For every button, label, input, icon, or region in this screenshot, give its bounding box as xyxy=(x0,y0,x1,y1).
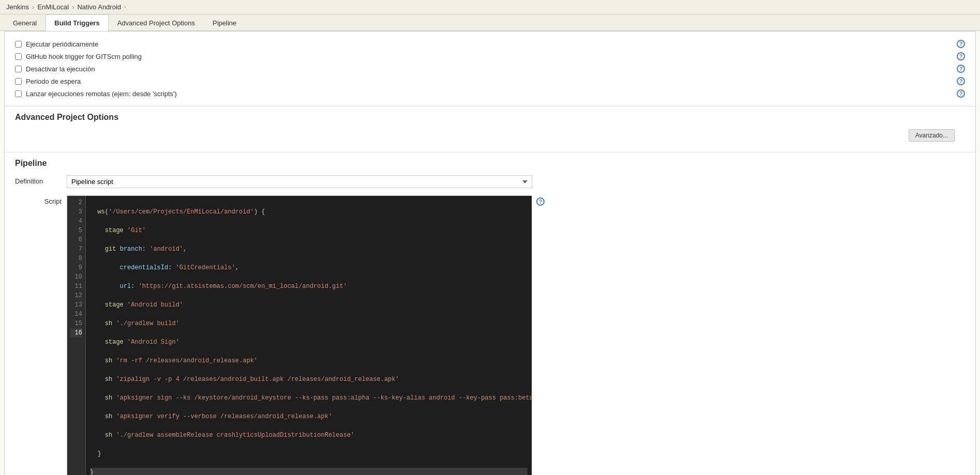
trigger-row-4: Lanzar ejecuciones remotas (ejem: desde … xyxy=(15,87,965,100)
script-editor-wrapper: 2 3 4 5 6 7 8 9 10 11 12 13 14 xyxy=(67,195,532,475)
trigger-checkbox-4[interactable] xyxy=(15,90,22,97)
code-line-9: stage 'Android Sign' xyxy=(90,338,527,347)
breadcrumb: Jenkins › EnMiLocal › Nativo Android › xyxy=(0,0,980,14)
code-line-15: } xyxy=(90,449,527,458)
tab-build-triggers[interactable]: Build Triggers xyxy=(46,14,108,31)
script-label: Script xyxy=(15,195,67,205)
help-icon-3[interactable]: ? xyxy=(957,77,965,85)
help-icon-2[interactable]: ? xyxy=(957,65,965,73)
trigger-row-0: Ejecutar periódicamente ? xyxy=(15,38,965,50)
pipeline-definition-row: Definition Pipeline script Pipeline scri… xyxy=(15,175,965,188)
code-line-10: sh 'rm -rf /releases/android_release.apk… xyxy=(90,356,527,365)
tab-general[interactable]: General xyxy=(4,14,46,31)
section-pipeline: Pipeline Definition Pipeline script Pipe… xyxy=(5,152,975,475)
trigger-label-4: Lanzar ejecuciones remotas (ejem: desde … xyxy=(26,90,177,98)
code-line-2: ws('/Users/cem/Projects/EnMiLocal/androi… xyxy=(90,207,527,217)
script-row: Script 2 3 4 5 6 7 8 9 10 1 xyxy=(15,195,965,475)
script-editor[interactable]: 2 3 4 5 6 7 8 9 10 11 12 13 14 xyxy=(67,195,532,475)
advanced-btn-row: Avanzado... xyxy=(15,129,965,142)
trigger-label-3: Periodo de espera xyxy=(26,78,81,85)
trigger-row-1: GitHub hook trigger for GITScm polling ? xyxy=(15,50,965,63)
code-line-16: } xyxy=(90,468,527,475)
avanzado-button[interactable]: Avanzado... xyxy=(909,129,955,142)
section-advanced-project-options: Advanced Project Options Avanzado... xyxy=(5,106,975,152)
script-help-icon[interactable]: ? xyxy=(536,197,545,206)
code-line-12: sh 'apksigner sign --ks /keystore/androi… xyxy=(90,393,527,403)
trigger-checkbox-2[interactable] xyxy=(15,66,22,72)
pipeline-definition-select[interactable]: Pipeline script Pipeline script from SCM xyxy=(67,175,532,188)
code-line-14: sh './gradlew assembleRelease crashlytic… xyxy=(90,431,527,440)
code-lines: ws('/Users/cem/Projects/EnMiLocal/androi… xyxy=(86,196,532,475)
tab-pipeline[interactable]: Pipeline xyxy=(204,14,245,31)
breadcrumb-sep-2: › xyxy=(72,3,74,11)
breadcrumb-jenkins[interactable]: Jenkins xyxy=(6,3,29,11)
trigger-row-2: Desactivar la ejecución ? xyxy=(15,63,965,75)
code-line-11: sh 'zipalign -v -p 4 /releases/android_b… xyxy=(90,375,527,384)
code-line-6: url: 'https://git.atsistemas.com/scm/en_… xyxy=(90,282,527,291)
help-icon-0[interactable]: ? xyxy=(957,40,965,48)
trigger-label-1: GitHub hook trigger for GITScm polling xyxy=(26,53,142,60)
tabs-bar: General Build Triggers Advanced Project … xyxy=(0,14,980,31)
code-line-3: stage 'Git' xyxy=(90,226,527,235)
help-icon-1[interactable]: ? xyxy=(957,52,965,60)
trigger-row-3: Periodo de espera ? xyxy=(15,75,965,87)
main-content: General Build Triggers Advanced Project … xyxy=(0,14,980,475)
trigger-checkbox-3[interactable] xyxy=(15,78,22,85)
code-line-7: stage 'Android build' xyxy=(90,300,527,310)
advanced-section-title: Advanced Project Options xyxy=(15,113,965,122)
line-numbers: 2 3 4 5 6 7 8 9 10 11 12 13 14 xyxy=(67,196,86,475)
breadcrumb-enmilocal[interactable]: EnMiLocal xyxy=(37,3,69,11)
section-build-triggers: Ejecutar periódicamente ? GitHub hook tr… xyxy=(5,32,975,106)
trigger-label-2: Desactivar la ejecución xyxy=(26,65,95,73)
content-area: Ejecutar periódicamente ? GitHub hook tr… xyxy=(4,31,976,475)
pipeline-definition-label: Definition xyxy=(15,175,67,185)
code-line-8: sh './gradlew build' xyxy=(90,319,527,328)
tab-advanced-project-options[interactable]: Advanced Project Options xyxy=(109,14,204,31)
breadcrumb-arrow: › xyxy=(124,4,126,10)
breadcrumb-nativo-android[interactable]: Nativo Android xyxy=(77,3,121,11)
code-line-5: credentialsId: 'GitCredentials', xyxy=(90,263,527,272)
trigger-label-0: Ejecutar periódicamente xyxy=(26,40,98,48)
code-line-13: sh 'apksigner verify --verbose /releases… xyxy=(90,412,527,421)
trigger-checkbox-0[interactable] xyxy=(15,41,22,48)
breadcrumb-sep-1: › xyxy=(32,3,34,11)
help-icon-4[interactable]: ? xyxy=(957,89,965,98)
pipeline-select-wrapper: Pipeline script Pipeline script from SCM xyxy=(67,175,532,188)
trigger-checkbox-1[interactable] xyxy=(15,53,22,60)
code-line-4: git branch: 'android', xyxy=(90,244,527,254)
pipeline-section-title: Pipeline xyxy=(15,159,965,168)
